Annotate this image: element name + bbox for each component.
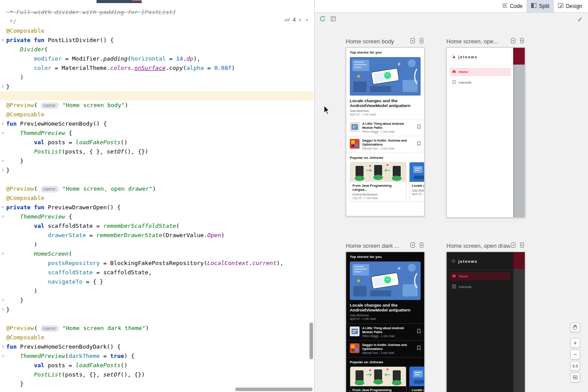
run-preview-icon[interactable] [519, 242, 525, 250]
hero-post-title[interactable]: Locale changes and the AndroidViewModel … [350, 98, 421, 108]
zoom-in-button[interactable]: + [570, 338, 580, 348]
zoom-actual-size-button[interactable]: 1:1 [570, 361, 580, 371]
fold-marker[interactable]: ∨ [0, 35, 6, 45]
hero-post-image[interactable] [350, 57, 421, 96]
fold-marker[interactable]: ∨ [0, 119, 6, 128]
drawer-scrim[interactable] [513, 252, 525, 392]
code-line[interactable]: ThemedPreview { [6, 128, 313, 138]
code-line[interactable]: } [6, 165, 313, 175]
hero-post-image[interactable] [350, 261, 421, 300]
drawer-scrim[interactable] [513, 48, 525, 217]
code-line[interactable]: @Composable [6, 333, 313, 342]
code-line[interactable]: @Preview( name: "Home screen body") [6, 100, 313, 110]
fold-marker[interactable]: ∨ [0, 351, 6, 361]
preview-phone-home-body-dark[interactable]: Top stories for youLocale changes and th… [346, 252, 425, 392]
code-line[interactable]: * Full-width divider with padding for [P… [6, 8, 313, 17]
interactive-preview-icon[interactable] [410, 38, 416, 46]
code-line[interactable]: val scaffoldState = rememberScaffoldStat… [6, 221, 313, 231]
code-line[interactable] [6, 91, 313, 100]
fold-marker[interactable]: ∨ [0, 212, 6, 221]
fold-marker[interactable]: ∧ [0, 305, 6, 314]
bookmark-icon[interactable] [417, 327, 421, 335]
code-line[interactable]: val posts = loadFakePosts() [6, 361, 313, 370]
interactive-preview-icon[interactable] [510, 242, 516, 250]
code-line[interactable]: fun PreviewHomeScreenBody() { [6, 119, 313, 128]
zoom-out-button[interactable]: − [570, 350, 580, 359]
code-line[interactable]: } [6, 379, 313, 388]
code-line[interactable]: @Preview( name: "Home screen dark theme"… [6, 323, 313, 333]
fold-marker[interactable]: ∧ [0, 82, 6, 91]
drawer-item-home[interactable]: Home [449, 68, 511, 76]
fold-marker[interactable]: ∨ [0, 342, 6, 351]
popular-post-card[interactable]: From Java Programming Langua...Florina M… [350, 162, 406, 202]
run-preview-icon[interactable] [519, 38, 525, 46]
fold-marker[interactable]: ∧ [0, 165, 6, 175]
drawer-item-interests[interactable]: Interests [449, 78, 511, 87]
fold-marker[interactable]: ∨ [0, 203, 6, 212]
refresh-previews-button[interactable] [319, 15, 326, 24]
code-line[interactable]: */ [6, 17, 313, 26]
code-view-button[interactable]: Code [498, 0, 527, 12]
vertical-scrollbar[interactable] [309, 323, 313, 359]
code-line[interactable]: } [6, 82, 313, 91]
editor-gutter[interactable]: ∨∧∨∨∧∧∨∨∨∧∧∨∨ [0, 8, 6, 388]
interactive-preview-icon[interactable] [510, 38, 516, 46]
code-line[interactable]: PostList(posts, { }, setOf(), {}) [6, 147, 313, 156]
bookmark-icon[interactable] [417, 344, 421, 352]
fold-marker[interactable]: ∧ [0, 156, 6, 165]
code-line[interactable]: ) [6, 240, 313, 249]
design-view-button[interactable]: Design [553, 0, 586, 12]
horizontal-scrollbar[interactable] [235, 388, 313, 391]
code-line[interactable]: color = MaterialTheme.colors.onSurface.c… [6, 63, 313, 73]
popular-post-card[interactable]: Locale changes and the Andro...Jose Alcé… [409, 162, 425, 202]
code-line[interactable]: private fun PreviewDrawerOpen() { [6, 203, 313, 212]
hero-post-title[interactable]: Locale changes and the AndroidViewModel … [350, 303, 421, 312]
split-view-button[interactable]: Split [526, 0, 553, 12]
fold-marker[interactable]: ∨ [0, 128, 6, 138]
run-preview-icon[interactable] [418, 38, 425, 46]
code-line[interactable]: navigateTo = { } [6, 277, 313, 286]
code-line[interactable]: postsRepository = BlockingFakePostsRepos… [6, 258, 313, 268]
prev-problem-icon[interactable]: ∧ [298, 17, 302, 22]
code-line[interactable]: } [6, 156, 313, 165]
code-editor[interactable]: * Full-width divider with padding for [P… [6, 8, 313, 388]
code-line[interactable] [6, 175, 313, 184]
code-line[interactable]: fun PreviewHomeScreenBodyDark() { [6, 342, 313, 351]
code-line[interactable]: modifier = Modifier.padding(horizontal =… [6, 54, 313, 63]
code-line[interactable]: scaffoldState = scaffoldState, [6, 268, 313, 277]
preview-phone-open-drawer[interactable]: jetnewsHomeInterests [446, 47, 525, 218]
code-line[interactable]: private fun PostListDivider() { [6, 35, 313, 45]
code-line[interactable]: } [6, 305, 313, 314]
code-line[interactable] [6, 314, 313, 323]
code-line[interactable]: ThemedPreview(darkTheme = true) { [6, 351, 313, 361]
next-problem-icon[interactable]: ∨ [304, 17, 309, 22]
post-row[interactable]: Dagger in Kotlin: Gotchas and Optimizati… [346, 138, 424, 151]
view-options-button[interactable] [330, 15, 336, 23]
code-line[interactable]: PostList(posts, {}, setOf(), {}) [6, 370, 313, 379]
pan-button[interactable] [570, 323, 580, 332]
bookmark-icon[interactable] [417, 140, 421, 148]
drawer-item-home[interactable]: Home [449, 272, 511, 281]
post-row[interactable]: A Little Thing about Android Module Path… [346, 325, 424, 339]
popular-post-card[interactable]: Locale changes and the Andro...Jose Alcé… [409, 366, 425, 392]
preview-canvas[interactable]: Home screen body Top stories for youLoca… [315, 27, 588, 392]
preview-phone-open-drawer-dark[interactable]: jetnewsHomeInterests [446, 252, 525, 392]
code-line[interactable]: HomeScreen( [6, 249, 313, 258]
interactive-preview-icon[interactable] [410, 242, 416, 250]
code-line[interactable]: ) [6, 73, 313, 82]
code-line[interactable]: val posts = loadFakePosts() [6, 138, 313, 147]
drawer-item-interests[interactable]: Interests [449, 283, 511, 291]
code-line[interactable]: @Composable [6, 110, 313, 119]
code-line[interactable]: } [6, 296, 313, 305]
zoom-to-fit-button[interactable] [570, 373, 580, 382]
code-line[interactable]: @Preview( name: "Home screen, open drawe… [6, 184, 313, 193]
bookmark-icon[interactable] [417, 123, 421, 131]
inspections-widget[interactable]: ✓✓ 4 ∧ ∨ [284, 16, 309, 23]
preview-phone-home-body[interactable]: Top stories for youLocale changes and th… [346, 47, 425, 216]
run-preview-icon[interactable] [418, 242, 425, 250]
code-line[interactable]: ThemedPreview { [6, 212, 313, 221]
code-line[interactable]: Divider( [6, 45, 313, 54]
code-line[interactable]: drawerState = rememberDrawerState(Drawer… [6, 231, 313, 240]
code-line[interactable]: ) [6, 286, 313, 296]
code-line[interactable]: @Composable [6, 193, 313, 203]
